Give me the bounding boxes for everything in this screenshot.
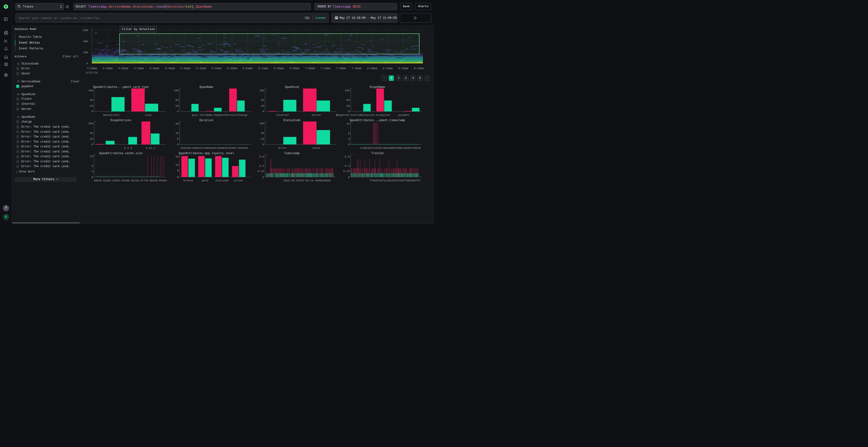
- svg-text:4:15pm: 4:15pm: [133, 67, 144, 70]
- svg-text:92953: 92953: [112, 179, 120, 182]
- svg-text:5:45pm: 5:45pm: [227, 67, 237, 70]
- svg-text:Timestamp: Timestamp: [284, 152, 300, 155]
- svg-text:100: 100: [345, 89, 350, 92]
- svg-text:94365: 94365: [122, 179, 130, 182]
- svg-text:100: 100: [88, 89, 93, 92]
- svg-text:0: 0: [348, 110, 350, 113]
- svg-text:grpc.oteldemo.PaymentService/C: grpc.oteldemo.PaymentService/Charge: [192, 114, 247, 116]
- svg-text:50: 50: [90, 99, 93, 102]
- svg-text:0: 0: [177, 176, 179, 179]
- svg-text:SpanName: SpanName: [199, 85, 213, 89]
- svg-text:25: 25: [346, 105, 350, 107]
- svg-text:gold: gold: [202, 179, 208, 182]
- svg-text:0: 0: [91, 143, 93, 146]
- svg-text:1698314: 1698314: [192, 147, 203, 149]
- svg-text:97730: 97730: [140, 179, 148, 182]
- svg-text:silver: silver: [234, 179, 244, 182]
- svg-text:0.1.0: 0.1.0: [124, 147, 132, 149]
- svg-text:99900: 99900: [159, 179, 167, 182]
- svg-text:91063: 91063: [103, 179, 111, 182]
- svg-text:1748192273433: 1748192273433: [360, 147, 380, 149]
- svg-text:0: 0: [262, 143, 264, 146]
- svg-text:9: 9: [177, 138, 179, 140]
- svg-text:100: 100: [88, 122, 93, 125]
- svg-text:@hyperdx/instrumentation-excep: @hyperdx/instrumentation-exception: [336, 114, 390, 116]
- svg-text:7:30pm: 7:30pm: [336, 67, 346, 70]
- svg-text:7:00pm: 7:00pm: [305, 67, 315, 70]
- svg-text:3:45pm: 3:45pm: [102, 67, 113, 70]
- svg-text:Server: Server: [312, 114, 321, 116]
- svg-text:Internal: Internal: [276, 114, 289, 116]
- svg-text:50: 50: [175, 99, 179, 102]
- svg-text:8: 8: [348, 132, 350, 135]
- svg-text:0.51.1: 0.51.1: [146, 147, 156, 149]
- svg-text:ScopeVersion: ScopeVersion: [111, 119, 131, 122]
- svg-text:25: 25: [90, 138, 93, 140]
- svg-text:32: 32: [175, 156, 179, 158]
- svg-text:89835: 89835: [94, 179, 102, 182]
- svg-text:SpanAttributes.cache.size: SpanAttributes.cache.size: [99, 152, 143, 155]
- svg-text:0.6: 0.6: [345, 156, 350, 158]
- svg-text:98338: 98338: [150, 179, 157, 182]
- svg-text:StatusCode: StatusCode: [283, 119, 301, 122]
- svg-text:6:15pm: 6:15pm: [258, 67, 268, 70]
- svg-text:25: 25: [261, 105, 264, 107]
- svg-text:4:00pm: 4:00pm: [118, 67, 128, 70]
- svg-text:50: 50: [90, 132, 93, 135]
- svg-text:7:15pm: 7:15pm: [320, 67, 331, 70]
- svg-text:4: 4: [91, 170, 93, 173]
- svg-text:6:30pm: 6:30pm: [274, 67, 284, 70]
- svg-text:4: 4: [348, 138, 350, 140]
- svg-text:Duration: Duration: [199, 119, 213, 122]
- svg-text:Error: Error: [278, 147, 286, 149]
- svg-text:SpanKind: SpanKind: [285, 85, 299, 89]
- svg-text:TraceId: TraceId: [371, 152, 383, 155]
- svg-text:0: 0: [86, 62, 88, 65]
- svg-text:16: 16: [175, 164, 179, 166]
- svg-text:Unset: Unset: [312, 147, 320, 149]
- svg-text:0: 0: [262, 176, 264, 179]
- svg-text:0.15: 0.15: [258, 170, 264, 173]
- svg-text:200: 200: [83, 51, 88, 54]
- svg-text:5:00pm: 5:00pm: [180, 67, 190, 70]
- svg-text:100: 100: [174, 89, 179, 92]
- svg-text:16: 16: [90, 155, 93, 158]
- svg-text:1333363: 1333363: [180, 147, 191, 149]
- svg-text:0.3: 0.3: [259, 165, 264, 167]
- svg-text:50: 50: [261, 132, 264, 135]
- svg-text:2600849: 2600849: [217, 147, 227, 149]
- svg-text:payment: payment: [398, 114, 409, 116]
- svg-text:5/27/25: 5/27/25: [86, 71, 97, 74]
- svg-text:543017: 543017: [228, 147, 238, 149]
- svg-text:1748199880789: 1748199880789: [380, 147, 401, 149]
- svg-text:0.6: 0.6: [259, 156, 264, 158]
- svg-text:0: 0: [177, 143, 179, 146]
- svg-text:0.3: 0.3: [345, 165, 350, 167]
- svg-text:50: 50: [261, 99, 264, 102]
- svg-text:5:15pm: 5:15pm: [196, 67, 206, 70]
- svg-text:5:30pm: 5:30pm: [212, 67, 222, 70]
- svg-text:8:00pm: 8:00pm: [367, 67, 377, 70]
- svg-text:bronze: bronze: [184, 179, 193, 182]
- svg-text:SpanAttributes...yment.card_ty: SpanAttributes...yment.card_type: [93, 85, 149, 89]
- svg-text:100: 100: [259, 89, 264, 92]
- svg-text:3:30pm: 3:30pm: [87, 67, 97, 70]
- svg-text:999435: 999435: [238, 147, 248, 149]
- svg-text:25: 25: [261, 138, 264, 140]
- svg-text:6:00pm: 6:00pm: [243, 67, 253, 70]
- svg-text:0.15: 0.15: [343, 170, 349, 173]
- svg-text:2025-05-28T03:59:14.900820000Z: 2025-05-28T03:59:14.900820000Z: [283, 179, 331, 182]
- svg-text:8:15pm: 8:15pm: [383, 67, 393, 70]
- svg-text:0: 0: [348, 143, 350, 146]
- svg-text:1748393738536: 1748393738536: [400, 147, 421, 149]
- svg-text:400: 400: [83, 40, 88, 43]
- svg-text:6:45pm: 6:45pm: [289, 67, 300, 70]
- svg-text:ScopeName: ScopeName: [370, 85, 385, 89]
- svg-text:25: 25: [175, 105, 179, 107]
- svg-text:36: 36: [175, 122, 179, 125]
- svg-text:16: 16: [346, 122, 350, 125]
- svg-text:25: 25: [90, 105, 93, 107]
- svg-text:600: 600: [83, 29, 88, 32]
- svg-text:96139: 96139: [131, 179, 139, 182]
- svg-text:4:45pm: 4:45pm: [165, 67, 175, 70]
